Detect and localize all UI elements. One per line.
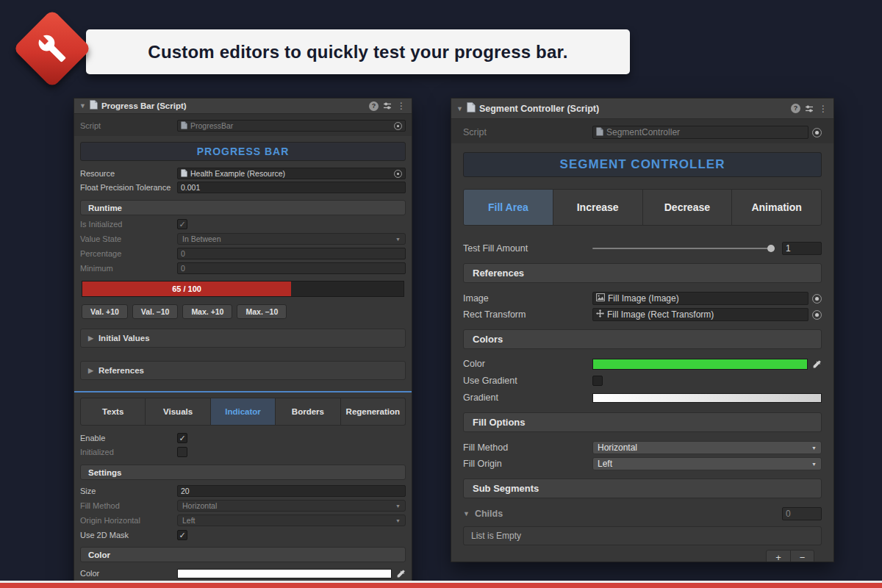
- tab-decrease[interactable]: Decrease: [642, 190, 732, 225]
- editor-title: PROGRESS BAR: [80, 142, 406, 161]
- tab-texts[interactable]: Texts: [80, 398, 146, 426]
- add-element-button[interactable]: +: [767, 551, 790, 562]
- object-picker-icon[interactable]: [812, 294, 822, 304]
- bottom-red-stripe: [0, 583, 882, 588]
- tab-borders[interactable]: Borders: [276, 398, 340, 426]
- segment-color-swatch[interactable]: [592, 359, 808, 370]
- headline-banner: Custom editors to quickly test your prog…: [86, 29, 630, 74]
- childs-count-input[interactable]: 0: [782, 507, 822, 520]
- is-initialized-checkbox[interactable]: ✓: [177, 219, 187, 229]
- origin-horizontal-dropdown[interactable]: Left ▼: [177, 514, 406, 526]
- fill-options-section-header: Fill Options: [463, 412, 822, 432]
- plus-icon: +: [775, 552, 781, 562]
- tab-regeneration[interactable]: Regeneration: [341, 398, 406, 426]
- minus-icon: −: [800, 552, 806, 562]
- field-label: Test Fill Amount: [463, 243, 592, 254]
- preset-icon[interactable]: [804, 104, 814, 113]
- float-precision-value: 0.001: [181, 183, 402, 192]
- float-precision-input[interactable]: 0.001: [177, 182, 406, 193]
- initial-values-foldout[interactable]: ▶ Initial Values: [80, 329, 406, 348]
- test-fill-input[interactable]: 1: [782, 242, 822, 255]
- rect-transform-object-field[interactable]: Fill Image (Rect Transform): [592, 308, 808, 321]
- foldout-label: References: [98, 366, 144, 375]
- foldout-open-icon[interactable]: ▼: [456, 105, 463, 112]
- script-object-field[interactable]: ProgressBar: [177, 120, 406, 132]
- fill-origin-value: Left: [598, 459, 612, 469]
- remove-element-button[interactable]: −: [790, 551, 814, 562]
- field-label: Script: [80, 121, 177, 130]
- foldout-closed-icon: ▶: [88, 334, 93, 342]
- resource-object-field[interactable]: Health Example (Resource): [177, 168, 406, 179]
- tab-fill-area[interactable]: Fill Area: [464, 190, 553, 225]
- fill-method-value: Horizontal: [182, 501, 217, 510]
- script-icon: [467, 102, 476, 115]
- component-title: Progress Bar (Script): [101, 101, 187, 110]
- percentage-input[interactable]: 0: [177, 248, 406, 259]
- max-minus-button[interactable]: Max. –10: [237, 304, 287, 319]
- fill-method-dropdown[interactable]: Horizontal ▼: [177, 500, 406, 512]
- object-picker-icon[interactable]: [812, 310, 822, 320]
- indicator-color-swatch[interactable]: [177, 569, 392, 578]
- initialized-row: Initialized: [74, 446, 412, 458]
- preset-icon[interactable]: [382, 101, 392, 110]
- test-fill-slider[interactable]: [592, 242, 775, 255]
- tab-label: Increase: [577, 201, 619, 213]
- help-icon[interactable]: ?: [791, 104, 800, 113]
- component-header[interactable]: ▼ Segment Controller (Script) ? ⋮: [451, 98, 833, 119]
- help-icon[interactable]: ?: [369, 101, 379, 111]
- indicator-color-row: Color: [74, 567, 412, 579]
- use-gradient-checkbox[interactable]: [592, 376, 603, 386]
- childs-label: Childs: [475, 509, 782, 519]
- check-icon: ✓: [179, 531, 185, 539]
- max-plus-button[interactable]: Max. +10: [182, 304, 232, 319]
- test-fill-amount-row: Test Fill Amount 1: [451, 242, 833, 255]
- tab-animation[interactable]: Animation: [731, 190, 821, 225]
- slider-handle[interactable]: [767, 245, 775, 252]
- fill-origin-dropdown[interactable]: Left ▼: [592, 457, 822, 470]
- foldout-open-icon[interactable]: ▼: [463, 510, 470, 517]
- tab-increase[interactable]: Increase: [553, 190, 642, 225]
- field-label: Fill Method: [80, 501, 177, 510]
- fill-method-dropdown[interactable]: Horizontal ▼: [592, 441, 822, 454]
- value-state-dropdown[interactable]: In Between ▼: [177, 233, 406, 245]
- use-2d-mask-checkbox[interactable]: ✓: [177, 530, 187, 540]
- enable-row: Enable ✓: [74, 432, 412, 444]
- tab-label: Borders: [292, 407, 324, 416]
- foldout-open-icon[interactable]: ▼: [79, 102, 86, 110]
- kebab-menu-icon[interactable]: ⋮: [396, 101, 406, 111]
- script-row: Script SegmentController: [451, 126, 833, 139]
- minimum-value: 0: [181, 264, 402, 273]
- component-header[interactable]: ▼ Progress Bar (Script) ? ⋮: [74, 98, 412, 114]
- script-value: ProgressBar: [190, 121, 391, 130]
- field-label: Float Precision Tolerance: [80, 183, 177, 192]
- references-foldout[interactable]: ▶ References: [80, 361, 406, 380]
- rect-transform-value: Fill Image (Rect Transform): [607, 309, 805, 320]
- value-state-row: Value State In Between ▼: [74, 233, 412, 245]
- runtime-section-header: Runtime: [80, 200, 406, 215]
- value-plus-button[interactable]: Val. +10: [82, 304, 128, 319]
- eyedropper-icon[interactable]: [396, 569, 406, 578]
- tab-indicator[interactable]: Indicator: [211, 398, 276, 426]
- tab-label: Animation: [751, 201, 801, 213]
- section-title: Sub Segments: [473, 483, 539, 494]
- enable-checkbox[interactable]: ✓: [177, 433, 187, 443]
- kebab-menu-icon[interactable]: ⋮: [818, 104, 828, 114]
- rect-transform-row: Rect Transform Fill Image (Rect Transfor…: [451, 308, 833, 321]
- value-minus-button[interactable]: Val. –10: [132, 304, 179, 319]
- object-picker-icon[interactable]: [394, 170, 402, 178]
- image-object-field[interactable]: Fill Image (Image): [592, 292, 808, 305]
- tab-visuals[interactable]: Visuals: [146, 398, 210, 426]
- object-picker-icon[interactable]: [394, 122, 402, 130]
- field-label: Color: [80, 569, 177, 578]
- script-object-field[interactable]: SegmentController: [592, 126, 808, 139]
- minimum-input[interactable]: 0: [177, 262, 406, 274]
- field-label: Size: [80, 487, 177, 495]
- initialized-checkbox[interactable]: [177, 447, 187, 457]
- field-label: Value State: [80, 234, 177, 243]
- gradient-swatch[interactable]: [592, 393, 822, 403]
- script-asset-icon: [596, 127, 603, 138]
- script-asset-icon: [181, 121, 187, 131]
- object-picker-icon[interactable]: [812, 128, 822, 137]
- size-input[interactable]: 20: [177, 485, 406, 497]
- eyedropper-icon[interactable]: [812, 359, 822, 369]
